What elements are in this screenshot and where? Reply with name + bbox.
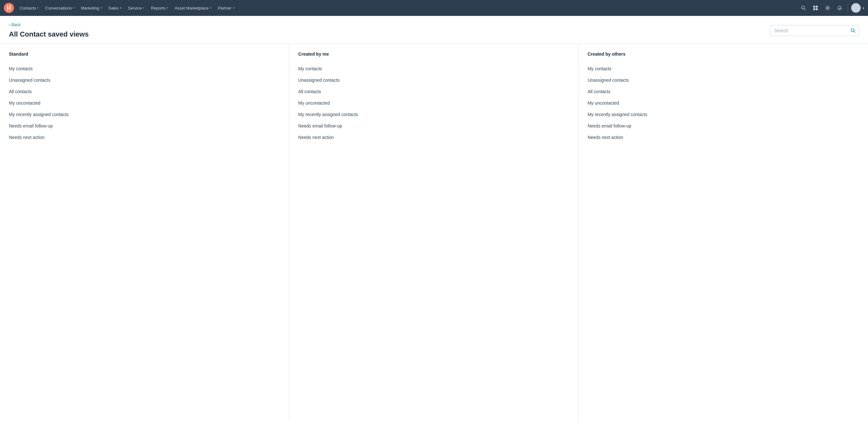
list-item[interactable]: My uncontacted: [588, 97, 859, 109]
list-item[interactable]: Needs next action: [298, 132, 569, 143]
chevron-down-icon: ▾: [120, 6, 122, 9]
back-link[interactable]: ‹ Back: [9, 22, 89, 27]
svg-line-10: [854, 31, 855, 32]
avatar[interactable]: [851, 3, 861, 13]
column-created-by-others: Created by othersMy contactsUnassigned c…: [579, 44, 868, 422]
list-item[interactable]: My recently assigned contacts: [588, 109, 859, 120]
list-item[interactable]: All contacts: [9, 86, 280, 97]
nav-item-sales[interactable]: Sales▾: [105, 0, 125, 16]
page-wrapper: ‹ Back All Contact saved views StandardM…: [0, 16, 868, 426]
svg-line-3: [804, 8, 805, 10]
chevron-down-icon: ▾: [210, 6, 212, 9]
nav-item-conversations[interactable]: Conversations▾: [42, 0, 78, 16]
settings-icon-btn[interactable]: [822, 3, 833, 13]
chevron-down-icon: ▾: [143, 6, 145, 9]
svg-point-1: [9, 5, 11, 7]
grid-icon-btn[interactable]: [810, 3, 821, 13]
search-icon-btn[interactable]: [798, 3, 809, 13]
columns-area: StandardMy contactsUnassigned contactsAl…: [0, 44, 868, 422]
list-item[interactable]: My contacts: [588, 63, 859, 74]
column-title-created-by-others: Created by others: [588, 52, 859, 57]
list-item[interactable]: My recently assigned contacts: [298, 109, 569, 120]
nav-item-reports[interactable]: Reports▾: [148, 0, 172, 16]
svg-rect-4: [813, 6, 815, 8]
list-item[interactable]: Needs next action: [588, 132, 859, 143]
svg-rect-7: [816, 8, 818, 10]
list-item[interactable]: Unassigned contacts: [298, 74, 569, 86]
svg-rect-6: [813, 8, 815, 10]
list-item[interactable]: All contacts: [298, 86, 569, 97]
nav-item-label: Reports: [151, 6, 165, 10]
chevron-down-icon: ▾: [100, 6, 102, 9]
topnav: Contacts▾Conversations▾Marketing▾Sales▾S…: [0, 0, 868, 16]
nav-item-label: Marketing: [81, 6, 99, 10]
nav-item-partner[interactable]: Partner▾: [215, 0, 238, 16]
nav-items: Contacts▾Conversations▾Marketing▾Sales▾S…: [17, 0, 798, 16]
svg-point-8: [827, 7, 829, 9]
list-item[interactable]: Needs next action: [9, 132, 280, 143]
nav-item-label: Service: [128, 6, 142, 10]
nav-item-label: Asset Marketplace: [175, 6, 209, 10]
list-item[interactable]: Unassigned contacts: [9, 74, 280, 86]
list-item[interactable]: Needs email follow-up: [9, 120, 280, 132]
nav-item-contacts[interactable]: Contacts▾: [17, 0, 42, 16]
list-item[interactable]: My contacts: [9, 63, 280, 74]
nav-item-label: Contacts: [20, 6, 36, 10]
list-item[interactable]: My recently assigned contacts: [9, 109, 280, 120]
nav-divider: [848, 3, 848, 12]
list-item[interactable]: My uncontacted: [298, 97, 569, 109]
nav-right: ▾: [798, 3, 864, 13]
bell-icon-btn[interactable]: [834, 3, 845, 13]
back-arrow-icon: ‹: [9, 23, 10, 27]
search-input[interactable]: [770, 26, 847, 36]
back-label: Back: [11, 22, 21, 27]
list-item[interactable]: My contacts: [298, 63, 569, 74]
nav-item-label: Conversations: [45, 6, 71, 10]
nav-item-asset-marketplace[interactable]: Asset Marketplace▾: [172, 0, 215, 16]
nav-item-label: Sales: [108, 6, 119, 10]
column-standard: StandardMy contactsUnassigned contactsAl…: [0, 44, 289, 422]
list-item[interactable]: Unassigned contacts: [588, 74, 859, 86]
list-item[interactable]: Needs email follow-up: [298, 120, 569, 132]
avatar-chevron-icon[interactable]: ▾: [863, 6, 864, 10]
hubspot-logo[interactable]: [4, 3, 14, 13]
svg-rect-5: [816, 6, 818, 8]
nav-item-service[interactable]: Service▾: [125, 0, 148, 16]
chevron-down-icon: ▾: [167, 6, 168, 9]
nav-item-label: Partner: [218, 6, 231, 10]
column-title-standard: Standard: [9, 52, 280, 57]
chevron-down-icon: ▾: [233, 6, 235, 9]
list-item[interactable]: All contacts: [588, 86, 859, 97]
list-item[interactable]: My uncontacted: [9, 97, 280, 109]
page-header-left: ‹ Back All Contact saved views: [9, 22, 89, 38]
column-created-by-me: Created by meMy contactsUnassigned conta…: [289, 44, 579, 422]
chevron-down-icon: ▾: [73, 6, 74, 9]
search-box: [770, 25, 859, 36]
page-title: All Contact saved views: [9, 30, 89, 38]
nav-item-marketing[interactable]: Marketing▾: [78, 0, 105, 16]
list-item[interactable]: Needs email follow-up: [588, 120, 859, 132]
chevron-down-icon: ▾: [37, 6, 39, 9]
page-header: ‹ Back All Contact saved views: [0, 16, 868, 44]
search-button[interactable]: [847, 28, 859, 33]
column-title-created-by-me: Created by me: [298, 52, 569, 57]
